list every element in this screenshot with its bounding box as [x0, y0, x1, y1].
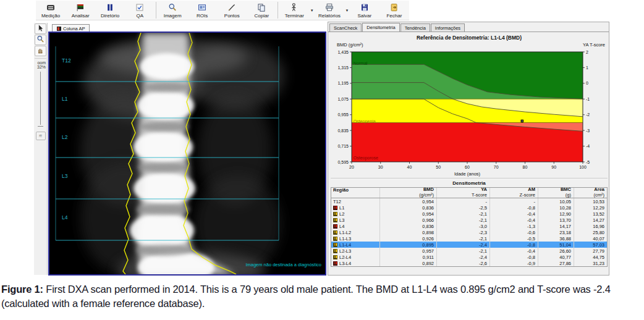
toolbar-button-fechar[interactable]: Fechar	[379, 1, 409, 20]
directory-bars-icon	[105, 2, 115, 12]
bmd-value-cell: 0,895	[379, 242, 436, 248]
region-label: L2-L4	[339, 255, 351, 260]
t-value-cell: -2,1	[436, 235, 489, 242]
z-value-cell: -0,4	[489, 217, 538, 223]
strip-extra-button[interactable]: ≋	[36, 132, 46, 140]
analysis-tab-strip: ScanCheckDensitometriaTendênciaInformaçõ…	[329, 23, 465, 32]
magnifier-icon	[36, 35, 44, 46]
scanner-icon	[46, 2, 56, 12]
spine-xray-image[interactable]: T12L1L2L3L4Imagem não destinada a diagnó…	[48, 32, 326, 276]
reports-printer-icon	[324, 2, 334, 12]
scan-thumbnail-icon	[57, 27, 61, 31]
area-value-cell: 16,96	[574, 223, 607, 229]
zoom-slider[interactable]	[40, 72, 41, 125]
zone-label: Normal	[354, 61, 368, 65]
region-label: L3-L4	[339, 261, 351, 266]
pan-tool-button[interactable]	[35, 46, 46, 56]
select-cursor-button[interactable]	[35, 23, 46, 34]
figure-caption: Figure 1: First DXA scan performed in 20…	[1, 282, 643, 311]
zoom-slider-end	[38, 126, 43, 127]
left-axis-tick: 1,195	[337, 81, 349, 85]
table-row-l3-l4[interactable]: L3-L40,892-2,6-0,927,8631,23	[331, 260, 607, 266]
toolbar-button-terminar[interactable]: Terminar	[279, 1, 309, 20]
area-value-cell: 10,53	[574, 198, 607, 204]
tab-scancheck[interactable]: ScanCheck	[329, 23, 362, 32]
yellow-classification-icon	[333, 249, 337, 253]
z-value-cell: -0,8	[489, 204, 538, 211]
left-axis-tick: 0,835	[337, 128, 349, 133]
toolbar-button-label: QA	[136, 13, 143, 19]
toolbar-button-salvar[interactable]: Salvar	[350, 1, 379, 20]
region-cell: T12	[331, 198, 379, 204]
z-value-cell: -0,5	[489, 235, 538, 242]
table-row-l3[interactable]: L30,966-2,1-0,413,7014,27	[331, 217, 607, 223]
t-value-cell: -3,0	[436, 223, 489, 229]
toolbar-button-analisar[interactable]: Analisar	[66, 1, 95, 20]
toolbar-button-medicao[interactable]: Medição	[36, 1, 66, 20]
bmd-value-cell: 0,836	[379, 223, 436, 229]
toolbar-button-diretorio[interactable]: Diretório	[95, 1, 125, 20]
analyze-flag-icon	[75, 2, 85, 12]
image-tab-row: Coluna AP	[48, 22, 326, 32]
toolbar-separator	[156, 2, 156, 19]
right-axis-tick: 1	[586, 65, 588, 70]
region-label: L1-L3	[339, 236, 351, 242]
region-cell: L1-L2	[331, 229, 379, 235]
table-row-l2-l4[interactable]: L2-L40,911-2,4-0,840,7744,75	[331, 254, 607, 260]
x-axis-tick: 50	[436, 165, 441, 169]
right-axis-tick: 0	[586, 81, 588, 85]
toolbar-button-imagem[interactable]: Imagem	[158, 1, 187, 20]
toolbar-button-rois[interactable]: ROIs	[187, 1, 217, 20]
toolbar-button-label: Relatórios	[318, 13, 341, 19]
bmd-value-cell: 0,954	[379, 211, 436, 217]
t-value-cell: -2,4	[436, 242, 489, 248]
table-row-l1-l4[interactable]: L1-L40,895-2,4-0,851,0457,03	[331, 242, 607, 248]
x-axis-title: Idade (anos)	[454, 171, 481, 177]
tab-densitometria[interactable]: Densitometria	[362, 23, 399, 32]
dropdown-arrow-icon[interactable]: ▼	[309, 1, 315, 20]
bmc-value-cell: 13,70	[538, 217, 574, 223]
region-label: L2-L3	[339, 248, 351, 254]
left-axis-tick: 0,715	[337, 144, 349, 148]
x-axis-tick: 30	[378, 165, 383, 169]
left-axis-label: BMD (g/cm²)	[337, 42, 363, 48]
bmc-value-cell: 51,04	[538, 242, 574, 248]
table-row-l1-l2[interactable]: L1-L20,898-2,3-0,623,1825,80	[331, 229, 607, 235]
tab-informacoes[interactable]: Informações	[431, 23, 465, 32]
tab-tendencia[interactable]: Tendência	[400, 23, 430, 32]
yellow-classification-icon	[333, 230, 337, 235]
bmc-value-cell: 10,05	[538, 198, 574, 204]
toolbar-button-copiar[interactable]: Copiar	[247, 1, 276, 20]
x-axis-tick: 40	[407, 165, 412, 169]
toolbar-button-label: Pontos	[224, 13, 240, 19]
table-row-l4[interactable]: L40,836-3,0-1,314,1716,96	[331, 223, 607, 229]
region-cell: L4	[331, 223, 379, 229]
dropdown-arrow-icon[interactable]: ▼	[344, 1, 350, 20]
yellow-classification-icon	[333, 218, 337, 222]
toolbar-button-pontos[interactable]: Pontos	[217, 1, 247, 20]
toolbar-button-label: Analisar	[72, 13, 90, 19]
x-axis-tick: 60	[465, 165, 470, 169]
region-cell: L1	[331, 204, 379, 211]
rois-frame-icon	[197, 2, 207, 12]
z-value-cell: -0,4	[489, 211, 538, 217]
x-axis-tick: 90	[551, 165, 556, 169]
table-row-l1-l3[interactable]: L1-L30,926-2,1-0,536,8840,07	[331, 235, 607, 242]
reference-chart: NormalOsteopeniaOsteoporose1,43521,31511…	[331, 48, 608, 182]
zoom-tool-button[interactable]	[35, 35, 46, 45]
table-row-t12[interactable]: T120,954--10,0510,53	[331, 198, 607, 204]
table-row-l2-l3[interactable]: L2-L30,957-2,1-0,426,6027,79	[331, 248, 607, 254]
area-value-cell: 44,75	[574, 254, 607, 260]
area-value-cell: 40,07	[574, 235, 607, 242]
image-watermark: Imagem não destinada a diagnóstico	[245, 262, 321, 267]
table-row-l1[interactable]: L10,836-2,5-0,810,2812,29	[331, 204, 607, 211]
chart-title: Referência de Densitometria: L1-L4 (BMD)	[331, 35, 608, 41]
z-value-cell: -0,9	[489, 260, 538, 266]
t-value-cell: -2,3	[436, 229, 489, 235]
toolbar-button-relatorios[interactable]: Relatórios	[315, 1, 344, 20]
toolbar-button-qa[interactable]: QA	[125, 1, 155, 20]
table-row-l2[interactable]: L20,954-2,1-0,412,9013,52	[331, 211, 607, 217]
image-tool-strip: oom 32% ≋	[34, 23, 48, 275]
vertebra-label-t12: T12	[62, 57, 71, 64]
right-axis-tick: -4	[586, 144, 590, 148]
